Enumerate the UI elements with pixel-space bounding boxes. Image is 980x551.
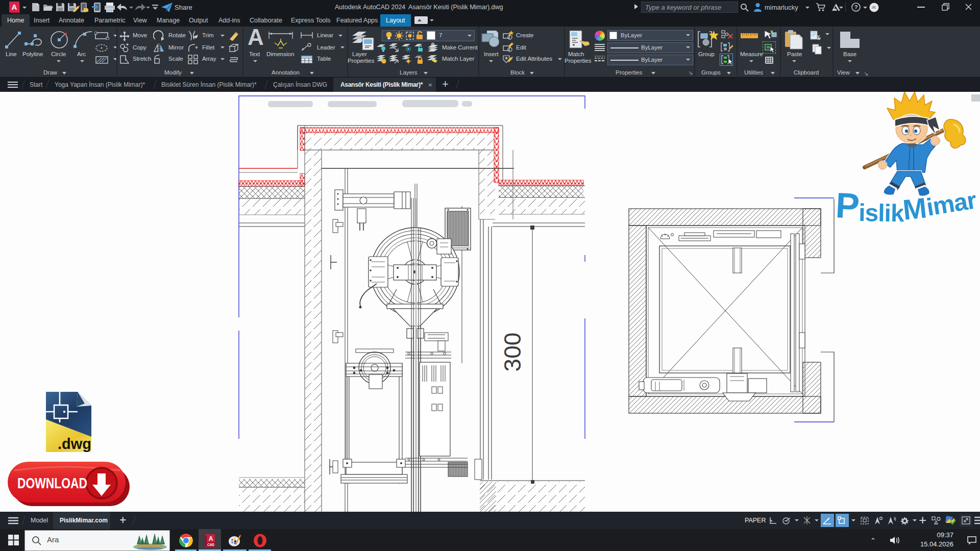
svg-text:CAD: CAD <box>207 543 214 546</box>
svg-text:?: ? <box>854 4 858 10</box>
svg-text:DOWNLOAD: DOWNLOAD <box>17 475 87 491</box>
svg-text:A: A <box>209 535 213 542</box>
svg-text:300: 300 <box>499 333 526 372</box>
svg-text:A: A <box>12 3 17 11</box>
svg-text:M: M <box>901 191 928 226</box>
svg-text:.dwg: .dwg <box>58 436 91 452</box>
svg-text:islik: islik <box>859 199 905 227</box>
svg-text:imar: imar <box>924 186 978 221</box>
svg-text:P: P <box>835 185 861 226</box>
